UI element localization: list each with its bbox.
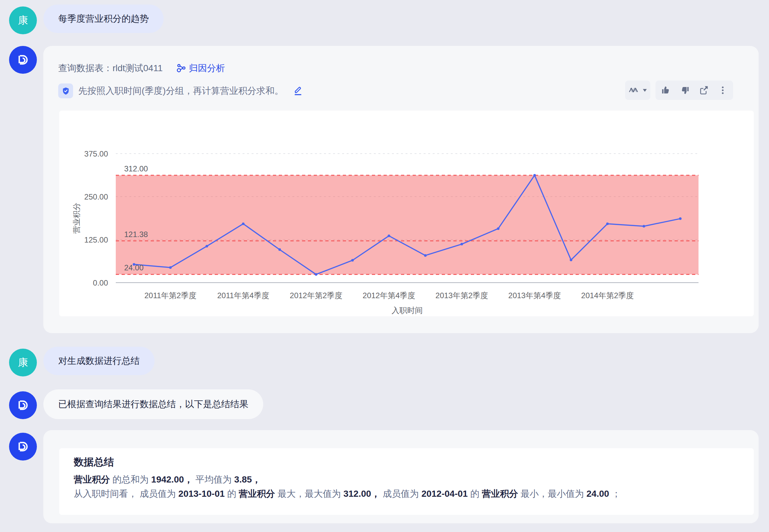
bot-avatar [9,391,37,419]
user-message-trend-text: 每季度营业积分的趋势 [58,13,149,25]
edit-query-button[interactable] [292,85,304,97]
summary-min-date: 2012-04-01 [421,489,468,499]
summary-line-2: 从入职时间看， 成员值为 2013-10-01 的 营业积分 最大，最大值为 3… [74,488,621,500]
summary-text: 成员值为 [380,489,422,499]
chart-type-switcher-button[interactable] [625,81,650,100]
thumbs-up-button[interactable] [657,82,674,99]
summary-text: 从入职时间看， 成员值为 [74,489,179,499]
bot-logo-icon [16,439,30,454]
summary-text: 最大，最大值为 [275,489,343,499]
thumbs-down-button[interactable] [677,82,693,99]
query-interpretation-row: 先按照入职时间(季度)分组，再计算营业积分求和。 [58,83,304,98]
share-button[interactable] [695,82,712,99]
attribution-nodes-icon [176,63,186,73]
summary-max-value: 312.00， [343,489,380,499]
user-avatar-initial: 康 [18,356,28,369]
user-avatar: 康 [9,6,37,34]
trend-line-chart: 0.00125.00250.00375.00312.00121.3824.002… [59,111,754,316]
summary-max-date: 2013-10-01 [179,489,225,499]
bot-logo-icon [16,52,30,67]
svg-text:2013年第4季度: 2013年第4季度 [508,291,561,300]
chevron-down-icon [643,89,647,92]
summary-text: 的 [468,489,482,499]
summary-title: 数据总结 [74,455,114,469]
summary-sum-value: 1942.00， [151,474,193,484]
summary-text: 最小，最小值为 [518,489,587,499]
summary-text: 的 [225,489,239,499]
summary-metric: 营业积分 [74,474,110,484]
svg-text:250.00: 250.00 [84,192,108,201]
shield-check-icon [61,87,70,95]
user-message-summarize-text: 对生成数据进行总结 [58,355,140,367]
svg-text:2012年第2季度: 2012年第2季度 [290,291,342,300]
svg-text:2013年第2季度: 2013年第2季度 [436,291,488,300]
query-header: 查询数据表：rldt测试0411 归因分析 [58,62,225,74]
summary-text: 平均值为 [193,474,234,484]
summary-metric: 营业积分 [239,489,275,499]
svg-text:2012年第4季度: 2012年第4季度 [363,291,415,300]
chart-panel: 0.00125.00250.00375.00312.00121.3824.002… [59,111,754,316]
bot-logo-icon [16,398,30,413]
datasource-label: 查询数据表：rldt测试0411 [58,62,163,74]
bot-summary-intro: 已根据查询结果进行数据总结，以下是总结结果 [43,389,263,419]
edit-pencil-icon [292,85,304,97]
summary-metric: 营业积分 [482,489,518,499]
svg-text:2011年第2季度: 2011年第2季度 [144,291,196,300]
kebab-menu-icon [717,85,728,96]
svg-text:2014年第2季度: 2014年第2季度 [581,291,634,300]
thumbs-down-icon [679,85,690,96]
user-message-summarize: 对生成数据进行总结 [43,347,155,375]
svg-text:0.00: 0.00 [93,278,108,287]
user-avatar: 康 [9,349,37,376]
attribution-link-text: 归因分析 [189,62,225,74]
svg-text:2011年第4季度: 2011年第4季度 [217,291,269,300]
bot-avatar [9,433,37,461]
summary-avg-value: 3.85， [234,474,261,484]
verified-badge [58,83,73,98]
summary-line-1: 营业积分 的总和为 1942.00， 平均值为 3.85， [74,473,261,486]
user-message-trend: 每季度营业积分的趋势 [43,5,164,33]
line-chart-icon [629,86,639,95]
user-avatar-initial: 康 [18,14,28,27]
data-summary-card: 数据总结 营业积分 的总和为 1942.00， 平均值为 3.85， 从入职时间… [43,430,759,523]
query-result-card: 查询数据表：rldt测试0411 归因分析 先按照入职时间(季度)分 [43,46,759,333]
more-options-button[interactable] [714,82,731,99]
share-icon [698,85,709,96]
svg-text:入职时间: 入职时间 [392,306,423,315]
svg-text:125.00: 125.00 [84,235,108,244]
svg-text:24.00: 24.00 [124,263,144,272]
summary-text: 的总和为 [110,474,151,484]
chat-page: 康 每季度营业积分的趋势 查询数据表：rldt测试0411 归因分析 [0,0,769,532]
bot-summary-intro-text: 已根据查询结果进行数据总结，以下是总结结果 [58,398,248,410]
data-summary-panel: 数据总结 营业积分 的总和为 1942.00， 平均值为 3.85， 从入职时间… [59,448,754,515]
svg-text:营业积分: 营业积分 [72,203,81,234]
bot-avatar [9,46,37,74]
query-interpretation-text: 先按照入职时间(季度)分组，再计算营业积分求和。 [78,85,284,97]
summary-text: ； [609,489,621,499]
attribution-link[interactable]: 归因分析 [176,62,225,74]
svg-text:121.38: 121.38 [124,230,148,239]
svg-text:375.00: 375.00 [84,149,108,158]
svg-text:312.00: 312.00 [124,164,148,173]
thumbs-up-icon [660,85,671,96]
summary-min-value: 24.00 [586,489,609,499]
feedback-toolbar [655,81,733,100]
